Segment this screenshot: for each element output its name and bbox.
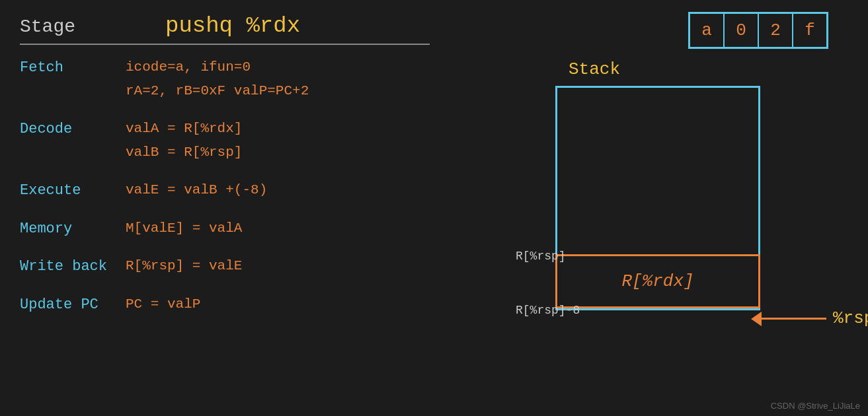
decode-line-2: valB = R[%rsp] <box>126 142 242 163</box>
stage-content-memory: M[valE] = valA <box>126 218 242 239</box>
stage-content-writeback: R[%rsp] = valE <box>126 256 242 277</box>
stack-diagram: R[%rdx] R[%rsp] R[%rsp]-8 %rsp <box>516 86 815 363</box>
left-panel: Stage pushq %rdx Fetch icode=a, ifun=0 r… <box>0 0 450 416</box>
fetch-line-1: icode=a, ifun=0 <box>126 57 309 78</box>
instruction-title: pushq %rdx <box>165 13 300 38</box>
stage-row-writeback: Write back R[%rsp] = valE <box>20 256 430 277</box>
stage-name-writeback: Write back <box>20 256 126 275</box>
stage-row-memory: Memory M[valE] = valA <box>20 218 430 239</box>
writeback-line-1: R[%rsp] = valE <box>126 256 242 277</box>
rdx-content-label: R[%rdx] <box>621 271 693 291</box>
byte-cell-1: 0 <box>724 13 758 48</box>
decode-line-1: valA = R[%rdx] <box>126 118 242 139</box>
arrow-line <box>760 318 826 320</box>
fetch-line-2: rA=2, rB=0xF valP=PC+2 <box>126 81 309 102</box>
stage-row-execute: Execute valE = valB +(-8) <box>20 180 430 201</box>
stage-row-updatepc: Update PC PC = valP <box>20 294 430 315</box>
stage-row-fetch: Fetch icode=a, ifun=0 rA=2, rB=0xF valP=… <box>20 57 430 101</box>
rsp-arrow-label: %rsp <box>833 308 868 328</box>
stage-name-updatepc: Update PC <box>20 294 126 313</box>
stage-content-decode: valA = R[%rdx] valB = R[%rsp] <box>126 118 242 162</box>
stage-content-fetch: icode=a, ifun=0 rA=2, rB=0xF valP=PC+2 <box>126 57 309 101</box>
byte-cell-3: f <box>793 13 827 48</box>
stage-name-execute: Execute <box>20 180 126 199</box>
header-row: Stage pushq %rdx <box>20 13 430 45</box>
execute-line-1: valE = valB +(-8) <box>126 180 267 201</box>
memory-line-1: M[valE] = valA <box>126 218 242 239</box>
stage-name-fetch: Fetch <box>20 57 126 76</box>
rsp8-label: R[%rsp]-8 <box>516 304 580 317</box>
stage-row-decode: Decode valA = R[%rdx] valB = R[%rsp] <box>20 118 430 162</box>
right-panel: a 0 2 f Stack R[%rdx] R[%rsp] R[%rsp]-8 <box>450 0 868 416</box>
stage-content-execute: valE = valB +(-8) <box>126 180 267 201</box>
arrow-container: %rsp <box>760 308 868 328</box>
byte-cell-2: 2 <box>758 13 793 48</box>
arrow-head <box>751 312 762 326</box>
instruction-bytes-box: a 0 2 f <box>688 12 828 49</box>
updatepc-line-1: PC = valP <box>126 294 200 315</box>
rsp-label: R[%rsp] <box>516 250 566 263</box>
stage-name-decode: Decode <box>20 118 126 137</box>
stack-inner-rdx-box: R[%rdx] <box>555 254 760 308</box>
stage-content-updatepc: PC = valP <box>126 294 200 315</box>
stage-column-header: Stage <box>20 17 126 37</box>
stage-name-memory: Memory <box>20 218 126 237</box>
main-container: Stage pushq %rdx Fetch icode=a, ifun=0 r… <box>0 0 868 416</box>
watermark: CSDN @Strive_LiJiaLe <box>771 401 860 411</box>
byte-cell-0: a <box>690 13 724 48</box>
stack-title: Stack <box>569 59 620 79</box>
